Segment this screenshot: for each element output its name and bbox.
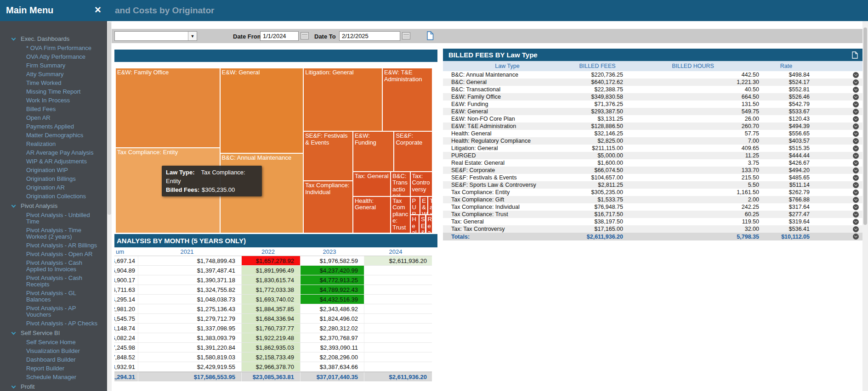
analysis-cell[interactable]: $4,237,420.99 xyxy=(301,266,364,275)
sidebar-item[interactable]: OVA Atty Performance xyxy=(0,53,107,61)
row-expand-icon[interactable] xyxy=(853,138,859,144)
sidebar-item[interactable]: * OVA Firm Performance xyxy=(0,44,107,53)
column-header-2021[interactable]: 2021 xyxy=(138,247,242,256)
analysis-cell[interactable] xyxy=(364,314,432,323)
billed-fees-row[interactable]: B&C: General$640,172.621,221.30$524.17 xyxy=(443,78,862,86)
treemap-block[interactable]: PURGED xyxy=(410,196,420,215)
row-expand-icon[interactable] xyxy=(853,212,859,218)
treemap-block[interactable]: E&W: General xyxy=(220,68,304,153)
billed-fees-row[interactable]: E&W: Family Office$349,830.58664.50$526.… xyxy=(443,93,862,101)
analysis-cell[interactable]: $1,383,093.79 xyxy=(138,333,242,342)
analysis-cell[interactable] xyxy=(364,343,432,352)
row-expand-icon[interactable] xyxy=(853,131,859,137)
analysis-cell[interactable]: $1,279,712.79 xyxy=(138,314,242,323)
treemap-block[interactable]: Litigation: General xyxy=(303,68,382,131)
sidebar-item[interactable]: WIP & AR Adjustments xyxy=(0,157,107,166)
export-icon[interactable] xyxy=(852,51,858,59)
analysis-cell[interactable]: $1,391,220.84 xyxy=(138,343,242,352)
billed-fees-row[interactable]: E&W: Non-FO Core Plan$3,131.2526.00$120.… xyxy=(443,115,862,123)
analysis-cell[interactable]: 4,295.14 xyxy=(114,295,138,304)
sidebar-item[interactable]: Time Worked xyxy=(0,79,107,88)
sidebar-item[interactable]: Pivot Analysis - Time Worked (2 years) xyxy=(0,226,107,241)
analysis-cell[interactable]: 7,245.98 xyxy=(114,343,138,352)
sidebar-item[interactable]: Pivot Analysis - Cash Receipts xyxy=(0,274,107,289)
treemap-block[interactable]: SE&F: Corporate xyxy=(394,131,432,172)
calendar-icon[interactable] xyxy=(301,32,309,39)
sidebar-scrollbar-thumb[interactable] xyxy=(108,22,111,215)
column-header-rate[interactable]: Rate xyxy=(763,61,813,71)
row-expand-icon[interactable] xyxy=(853,79,859,85)
billed-fees-row[interactable]: B&C: Transactional$22,388.7540.50$552.81 xyxy=(443,86,862,93)
sidebar-item[interactable]: Atty Summary xyxy=(0,70,107,79)
analysis-cell[interactable]: $1,693,740.02 xyxy=(242,295,301,304)
calendar-icon[interactable] xyxy=(402,32,410,39)
sidebar-section[interactable]: Self Service BI xyxy=(0,328,107,338)
column-header-2023[interactable]: 2023 xyxy=(301,247,364,256)
analysis-cell[interactable]: $2,370,768.97 xyxy=(301,333,364,342)
analysis-cell[interactable] xyxy=(364,362,432,371)
analysis-cell[interactable]: $1,275,136.43 xyxy=(138,304,242,313)
row-expand-icon[interactable] xyxy=(853,123,859,129)
analysis-cell[interactable]: $1,048,038.73 xyxy=(138,295,242,304)
row-expand-icon[interactable] xyxy=(853,116,859,122)
row-expand-icon[interactable] xyxy=(853,175,859,181)
billed-fees-row[interactable]: E&W: T&E Administration$128,886.50260.70… xyxy=(443,123,862,130)
treemap-block[interactable]: SE&F: Festivals & Events xyxy=(303,131,353,181)
billed-fees-row[interactable]: E&W: General$293,387.50549.75$533.67 xyxy=(443,108,862,115)
treemap-block[interactable]: Tax: General xyxy=(353,172,391,196)
analysis-cell[interactable]: 4,697.14 xyxy=(114,256,138,265)
sidebar-item[interactable]: Dashboard Builder xyxy=(0,356,107,364)
sidebar-item[interactable]: Work In Process xyxy=(0,96,107,105)
sidebar-item[interactable]: Firm Summary xyxy=(0,61,107,70)
sidebar-item[interactable]: Origination WIP xyxy=(0,166,107,175)
treemap-block[interactable]: E&W: Funding xyxy=(353,131,394,172)
billed-fees-row[interactable]: Real Estate: General$1,600.003.75$426.67 xyxy=(443,159,862,167)
sidebar-item[interactable]: Self Service Home xyxy=(0,338,107,347)
analysis-cell[interactable] xyxy=(364,352,432,362)
sidebar-item[interactable]: Origination AR xyxy=(0,184,107,192)
analysis-cell[interactable]: $2,343,486.92 xyxy=(301,304,364,313)
treemap-block[interactable]: Tax Compliance: Trust xyxy=(391,196,410,233)
sidebar-item[interactable]: AR Average Pay Analysis xyxy=(0,149,107,157)
sidebar-scrollbar[interactable] xyxy=(107,21,112,391)
analysis-cell[interactable]: $1,684,336.94 xyxy=(242,314,301,323)
treemap-block[interactable]: Health: Regulatory Compliance xyxy=(410,215,419,233)
billed-fees-row[interactable]: Litigation: General$211,115.00409.65$515… xyxy=(443,145,862,152)
analysis-cell[interactable] xyxy=(364,275,432,285)
row-expand-icon[interactable] xyxy=(853,219,859,225)
sidebar-item[interactable]: Payments Applied xyxy=(0,123,107,131)
billed-fees-row[interactable]: SE&F: Festivals & Events$104,657.00215.5… xyxy=(443,174,862,181)
analysis-cell[interactable]: 3,932.91 xyxy=(114,362,138,371)
row-expand-icon[interactable] xyxy=(853,182,859,188)
sidebar-item[interactable]: Pivot Analysis - AP Checks xyxy=(0,319,107,328)
treemap-block[interactable]: Tax: Controversy xyxy=(410,172,432,196)
analysis-cell[interactable]: 6,082.24 xyxy=(114,333,138,342)
row-expand-icon[interactable] xyxy=(853,197,859,203)
analysis-cell[interactable]: $1,862,935.03 xyxy=(242,343,301,352)
row-expand-icon[interactable] xyxy=(853,109,859,115)
row-expand-icon[interactable] xyxy=(853,87,859,93)
page-scrollbar-thumb[interactable] xyxy=(863,28,867,225)
row-expand-icon[interactable] xyxy=(853,234,859,240)
sidebar-item[interactable]: Origination Billings xyxy=(0,175,107,184)
analysis-cell[interactable]: 2,981.20 xyxy=(114,304,138,313)
analysis-cell[interactable]: $2,966,378.70 xyxy=(242,362,301,371)
billed-fees-row[interactable]: Health: Regulatory Compliance$2,825.007.… xyxy=(443,137,862,145)
sidebar-section[interactable]: Pivot Analysis xyxy=(0,201,107,211)
analysis-cell[interactable]: $1,337,098.95 xyxy=(138,324,242,333)
sidebar-item[interactable]: Missing Time Report xyxy=(0,88,107,96)
analysis-cell[interactable]: $1,922,219.48 xyxy=(242,333,301,342)
treemap-block[interactable]: E&W: Family Office xyxy=(115,68,220,148)
analysis-cell[interactable]: $2,158,733.49 xyxy=(242,352,301,362)
analysis-cell[interactable]: $1,760,737.77 xyxy=(242,324,301,333)
sidebar-item[interactable]: Billed Fees xyxy=(0,105,107,114)
report-dropdown[interactable]: ▼ xyxy=(114,31,197,41)
billed-fees-row[interactable]: SE&F: Sports Law & Controversy$2,811.255… xyxy=(443,181,862,189)
row-expand-icon[interactable] xyxy=(853,101,859,107)
analysis-cell[interactable]: $2,429,919.55 xyxy=(138,362,242,371)
treemap-block[interactable]: Real Estate: General xyxy=(426,215,432,233)
analysis-cell[interactable]: $1,397,487.41 xyxy=(138,266,242,275)
column-header-billed-fees[interactable]: BILLED FEES xyxy=(572,61,627,71)
billed-fees-row[interactable]: B&C: Annual Maintenance$220,736.25442.50… xyxy=(443,71,862,78)
analysis-cell[interactable]: $1,824,496.02 xyxy=(301,314,364,323)
